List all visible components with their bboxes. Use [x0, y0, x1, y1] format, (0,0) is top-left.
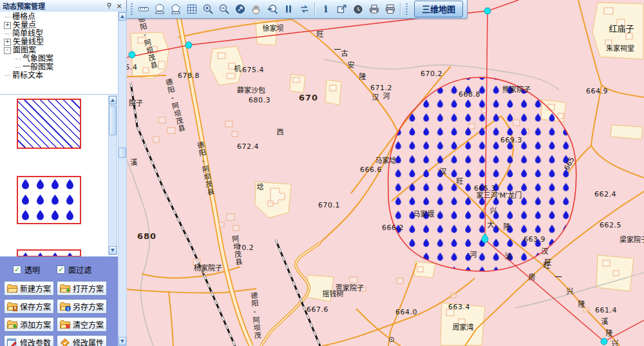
svg-text:i: i — [324, 4, 327, 14]
app-window: 675.45.4680.3678.8672.4671.2670.2668.866… — [0, 0, 644, 346]
zoom-out-button[interactable] — [216, 1, 232, 17]
scroll-down-icon[interactable] — [118, 337, 126, 345]
expand-icon[interactable]: + — [4, 22, 11, 29]
pattern-preview-list — [0, 94, 118, 257]
panel-scrollbar-thumb[interactable] — [118, 148, 126, 158]
info-button[interactable]: i — [317, 1, 334, 17]
tree-connector — [5, 17, 10, 17]
tree-connector — [15, 67, 21, 68]
print-icon — [384, 3, 396, 15]
button-label: 清空方案 — [73, 319, 104, 330]
history-button[interactable] — [350, 1, 366, 17]
plan-buttons: 新建方案打开方案保存方案i另存方案添加方案清空方案修改参数修改属性 — [4, 281, 118, 346]
vertex-handle — [484, 8, 491, 14]
plan-manager-panel: 动态预案管理 × 栅格点+矢量点简单线型+矢量线型-面图案气象图案一般图案箭标文… — [0, 0, 127, 346]
panel-titlebar: 动态预案管理 × — [0, 0, 126, 12]
svg-text:i: i — [67, 306, 68, 311]
button-修改属性[interactable]: 修改属性 — [57, 335, 107, 346]
checkbox-box[interactable]: ✓ — [57, 265, 65, 274]
grid-button[interactable] — [184, 1, 200, 17]
export-button[interactable] — [334, 1, 350, 17]
measure-distance-button[interactable] — [135, 1, 151, 17]
pan-button[interactable] — [248, 1, 264, 17]
button-label: 保存方案 — [20, 301, 51, 312]
refresh-icon — [299, 3, 310, 15]
map-3d-button[interactable]: 三维地图 — [414, 1, 463, 17]
tree-item-面图案[interactable]: -面图案 — [0, 46, 118, 55]
blue-drops-pattern[interactable] — [17, 176, 81, 224]
folder-open-icon — [59, 284, 71, 294]
full-extent-icon — [234, 3, 246, 15]
scroll-down-icon[interactable] — [109, 246, 117, 255]
measure-polygon-button[interactable] — [167, 1, 184, 17]
print-button[interactable] — [382, 1, 398, 17]
measure-area-button[interactable] — [151, 1, 167, 17]
layer-tree: 栅格点+矢量点简单线型+矢量线型-面图案气象图案一般图案箭标文本 — [0, 12, 118, 93]
button-label: 修改参数 — [20, 337, 51, 346]
pin-icon[interactable] — [104, 1, 113, 10]
output-icon — [368, 3, 380, 15]
toolbar-grip-2[interactable] — [405, 3, 408, 15]
button-打开方案[interactable]: 打开方案 — [57, 281, 107, 296]
plan-controls: ✓透明✓面过滤 新建方案打开方案保存方案i另存方案添加方案清空方案修改参数修改属… — [0, 256, 118, 346]
folder-save-icon — [6, 302, 18, 312]
toolbar-separator — [314, 3, 316, 15]
output-button[interactable] — [366, 1, 382, 17]
tree-item-label: 箭标文本 — [12, 72, 43, 80]
vertex-handle — [185, 42, 192, 48]
button-保存方案[interactable]: 保存方案 — [4, 299, 54, 314]
preview-scrollbar-thumb[interactable] — [109, 106, 117, 135]
vertex-handle — [601, 338, 607, 345]
tree-item-气象图案[interactable]: 气象图案 — [0, 55, 118, 63]
tree-connector — [15, 59, 21, 59]
diagonal-hatch-pattern[interactable] — [17, 99, 81, 149]
button-添加方案[interactable]: 添加方案 — [4, 317, 54, 332]
refresh-button[interactable] — [296, 1, 312, 17]
scroll-up-icon[interactable] — [109, 96, 117, 104]
zoom-previous-button[interactable] — [264, 1, 280, 17]
folder-saveas-icon: i — [59, 302, 71, 312]
measure-polygon-icon — [170, 3, 182, 15]
checkbox-label: 面过滤 — [68, 264, 91, 275]
full-extent-button[interactable] — [232, 1, 248, 17]
preview-scrollbar[interactable] — [108, 95, 117, 255]
well-symbol — [390, 338, 394, 342]
grid-icon — [186, 3, 198, 15]
checkbox-label: 透明 — [24, 264, 40, 275]
button-清空方案[interactable]: 清空方案 — [57, 317, 107, 332]
pause-button[interactable] — [280, 1, 296, 17]
export-icon — [336, 3, 348, 15]
button-label: 添加方案 — [20, 319, 51, 330]
pan-icon — [251, 3, 262, 15]
map-toolbar: i 三维地图 — [127, 0, 468, 19]
zoom-out-icon — [218, 3, 230, 15]
button-label: 新建方案 — [20, 283, 51, 294]
checkbox-透明[interactable]: ✓透明 — [13, 264, 40, 275]
button-另存方案[interactable]: i另存方案 — [57, 299, 107, 314]
measure-distance-icon — [138, 3, 149, 15]
measure-area-icon — [154, 3, 166, 15]
folder-add-icon — [6, 320, 18, 330]
history-icon — [352, 3, 364, 15]
button-label: 另存方案 — [73, 301, 104, 312]
info-icon: i — [320, 3, 332, 15]
zoom-in-button[interactable] — [200, 1, 216, 17]
checkbox-面过滤[interactable]: ✓面过滤 — [57, 264, 91, 275]
checkbox-box[interactable]: ✓ — [13, 265, 21, 274]
vertex-handle — [129, 52, 135, 58]
toolbar-separator — [400, 3, 401, 15]
tree-item-箭标文本[interactable]: 箭标文本 — [0, 72, 118, 80]
panel-title: 动态预案管理 — [3, 1, 103, 11]
button-label: 打开方案 — [73, 283, 104, 294]
pause-icon — [283, 3, 294, 15]
tree-connector — [5, 34, 10, 34]
edit-params-icon — [6, 338, 18, 346]
expand-icon[interactable]: + — [4, 39, 11, 46]
close-icon[interactable]: × — [115, 1, 124, 10]
button-新建方案[interactable]: 新建方案 — [4, 281, 54, 296]
collapse-icon[interactable]: - — [4, 47, 11, 54]
panel-scrollbar[interactable] — [118, 12, 127, 346]
toolbar-grip[interactable] — [130, 3, 133, 15]
scroll-up-icon[interactable] — [118, 12, 126, 21]
button-修改参数[interactable]: 修改参数 — [4, 335, 54, 346]
